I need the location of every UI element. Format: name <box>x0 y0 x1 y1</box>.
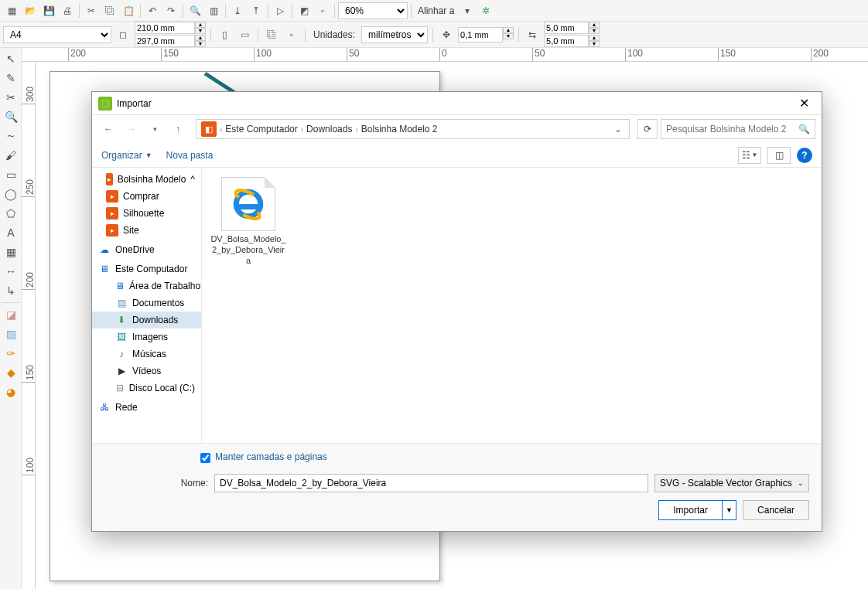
dup-x-input[interactable]: 5,0 mm <box>544 22 589 34</box>
new-icon[interactable]: ▦ <box>3 2 20 19</box>
tree-item[interactable]: ▸Comprar <box>92 188 201 205</box>
tree-item[interactable]: ▸Site <box>92 222 201 239</box>
keep-layers-input[interactable] <box>200 453 210 463</box>
cancel-button[interactable]: Cancelar <box>743 500 809 520</box>
nudge-input[interactable]: 0,1 mm <box>458 27 503 43</box>
dimension-tool-icon[interactable]: ↔ <box>2 262 20 281</box>
page-width-input[interactable]: 210,0 mm <box>135 22 195 34</box>
ruler-vertical: 300 250 200 150 100 <box>22 62 36 589</box>
spin-down[interactable]: ▼ <box>195 41 206 47</box>
tree-item[interactable]: 🖥Área de Trabalho <box>92 277 201 294</box>
keep-layers-checkbox[interactable]: Manter camadas e páginas <box>200 451 809 463</box>
newfolder-button[interactable]: Nova pasta <box>166 150 214 161</box>
spin-down[interactable]: ▼ <box>503 33 514 39</box>
tree-item[interactable]: ▸Bolsinha Modelo^ <box>92 171 201 188</box>
export-icon[interactable]: ⤒ <box>248 2 265 19</box>
fill-tool-icon[interactable]: ◆ <box>2 363 20 382</box>
preview-pane-button[interactable]: ◫ <box>767 147 791 164</box>
pick-tool-icon[interactable]: ↖ <box>2 49 20 68</box>
zoom-tool-icon[interactable]: 🔍 <box>2 107 20 126</box>
dup-dist-icon: ⇆ <box>524 26 541 43</box>
currentpage-icon[interactable]: ▫ <box>283 26 300 43</box>
help-button[interactable]: ? <box>797 148 812 163</box>
ellipse-tool-icon[interactable]: ◯ <box>2 185 20 203</box>
spin-up[interactable]: ▲ <box>503 27 514 33</box>
forward-button[interactable]: → <box>121 119 142 139</box>
filename-input[interactable] <box>214 474 648 492</box>
artistic-media-icon[interactable]: 🖌 <box>2 146 20 165</box>
shape-tool-icon[interactable]: ✎ <box>2 69 20 87</box>
crumb-downloads[interactable]: Downloads <box>306 124 352 134</box>
breadcrumb-dropdown-icon[interactable]: ⌄ <box>612 124 624 134</box>
welcome-icon[interactable]: ▫ <box>314 2 331 19</box>
close-button[interactable]: ✕ <box>792 94 815 114</box>
app-launcher-icon[interactable]: ◩ <box>296 2 313 19</box>
paste-icon[interactable]: 📋 <box>120 2 137 19</box>
align-dropdown-icon[interactable]: ▾ <box>459 2 476 19</box>
spin-down[interactable]: ▼ <box>195 28 206 34</box>
tree-item[interactable]: ▶Vídeos <box>92 363 201 380</box>
options-icon[interactable]: ✲ <box>477 2 494 19</box>
eyedropper-tool-icon[interactable]: ✑ <box>2 344 20 363</box>
open-icon[interactable]: 📂 <box>22 2 39 19</box>
publish-icon[interactable]: ▷ <box>272 2 289 19</box>
print-icon[interactable]: 🖨 <box>59 2 76 19</box>
rectangle-tool-icon[interactable]: ▭ <box>2 165 20 184</box>
spin-up[interactable]: ▲ <box>195 35 206 41</box>
tree-item[interactable]: ♪Músicas <box>92 346 201 363</box>
view-mode-button[interactable]: ☷ ▼ <box>738 147 761 164</box>
search-input[interactable] <box>666 124 794 134</box>
up-button[interactable]: ↑ <box>168 119 188 139</box>
organize-menu[interactable]: Organizar▼ <box>101 150 152 161</box>
main-toolbar: ▦ 📂 💾 🖨 ✂ ⿻ 📋 ↶ ↷ 🔍 ▥ ⤓ ⤒ ▷ ◩ ▫ 60% Alin… <box>0 0 868 22</box>
transparency-tool-icon[interactable]: ▨ <box>2 325 20 343</box>
search-icon[interactable]: 🔍 <box>186 2 203 19</box>
spin-up[interactable]: ▲ <box>195 22 206 28</box>
filetype-select[interactable]: SVG - Scalable Vector Graphics ⌄ <box>654 474 809 492</box>
search-box[interactable]: 🔍 <box>661 119 815 139</box>
dup-y-input[interactable]: 5,0 mm <box>544 35 589 47</box>
landscape-icon[interactable]: ▭ <box>236 26 253 43</box>
portrait-icon[interactable]: ▯ <box>216 26 233 43</box>
page-size-select[interactable]: A4 <box>3 26 111 43</box>
file-item[interactable]: DV_Bolsa_Modelo_2_by_Debora_Vieira <box>210 177 287 266</box>
tree-onedrive[interactable]: ☁OneDrive <box>92 239 201 258</box>
import-dropdown-icon[interactable]: ▼ <box>722 501 736 519</box>
undo-icon[interactable]: ↶ <box>144 2 161 19</box>
tree-item[interactable]: ⊟Disco Local (C:) <box>92 380 201 397</box>
polygon-tool-icon[interactable]: ⬠ <box>2 204 20 223</box>
tree-item[interactable]: ▸Silhouette <box>92 205 201 222</box>
page-height-input[interactable]: 297,0 mm <box>135 35 195 47</box>
units-select[interactable]: milímetros <box>361 26 428 43</box>
crop-tool-icon[interactable]: ✂ <box>2 88 20 107</box>
save-icon[interactable]: 💾 <box>40 2 57 19</box>
crumb-this-pc[interactable]: Este Computador <box>225 124 297 134</box>
folder-tree[interactable]: ▸Bolsinha Modelo^ ▸Comprar ▸Silhouette ▸… <box>92 168 202 443</box>
dialog-titlebar: ⬚ Importar ✕ <box>92 92 822 115</box>
cut-icon[interactable]: ✂ <box>83 2 100 19</box>
zoom-select[interactable]: 60% <box>338 2 408 19</box>
copy-icon[interactable]: ⿻ <box>101 2 118 19</box>
file-list[interactable]: DV_Bolsa_Modelo_2_by_Debora_Vieira <box>202 168 822 443</box>
dropshadow-tool-icon[interactable]: ◪ <box>2 305 20 324</box>
back-button[interactable]: ← <box>98 119 118 139</box>
allpages-icon[interactable]: ⿻ <box>263 26 280 43</box>
smartfill-tool-icon[interactable]: ◕ <box>2 383 20 401</box>
freehand-tool-icon[interactable]: ～ <box>2 127 20 145</box>
refresh-button[interactable]: ⟳ <box>637 119 658 139</box>
tree-item[interactable]: 🖼Imagens <box>92 329 201 346</box>
tree-item[interactable]: ▤Documentos <box>92 294 201 312</box>
tree-network[interactable]: 🖧Rede <box>92 397 201 416</box>
autolayout-icon[interactable]: ▥ <box>205 2 222 19</box>
connector-tool-icon[interactable]: ↳ <box>2 281 20 300</box>
import-icon[interactable]: ⤓ <box>229 2 246 19</box>
redo-icon[interactable]: ↷ <box>162 2 179 19</box>
import-button[interactable]: Importar ▼ <box>658 500 736 520</box>
table-tool-icon[interactable]: ▦ <box>2 243 20 261</box>
crumb-folder[interactable]: Bolsinha Modelo 2 <box>361 124 438 134</box>
recent-dropdown[interactable]: ▾ <box>145 119 165 139</box>
tree-item-downloads[interactable]: ⬇Downloads <box>92 312 201 329</box>
text-tool-icon[interactable]: A <box>2 223 20 242</box>
tree-this-pc[interactable]: 🖥Este Computador <box>92 258 201 277</box>
breadcrumb[interactable]: ◧ › Este Computador › Downloads › Bolsin… <box>196 119 630 139</box>
